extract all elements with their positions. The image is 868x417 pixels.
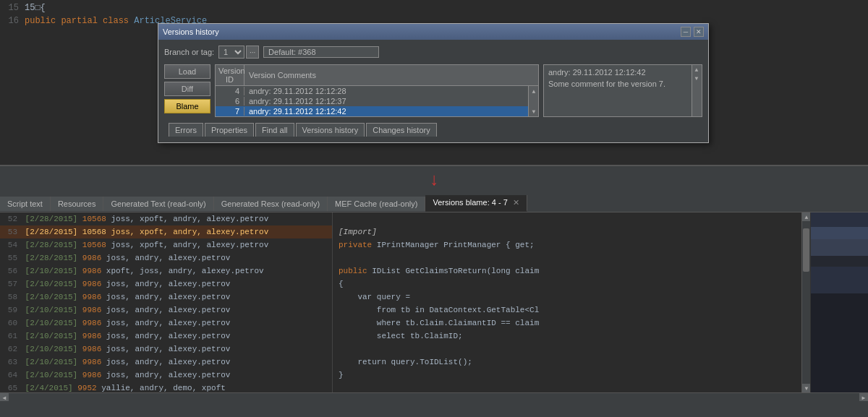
- version-table-header: Version ID Version Comments: [216, 65, 538, 86]
- tab-script-text[interactable]: Script text: [0, 197, 51, 211]
- code-line-import: [Import]: [339, 225, 796, 238]
- editor-content: 52 [2/28/2015] 10568 joss, xpoft, andry,…: [0, 212, 868, 392]
- scroll-down-arrow[interactable]: ▼: [529, 106, 538, 116]
- comment-panel: andry: 29.11.2012 12:12:42 Some comment …: [543, 64, 702, 117]
- tab-generated-resx[interactable]: Generated Resx (read-only): [214, 197, 328, 211]
- blame-line-64: 64 [2/10/2015] 9986 joss, andry, alexey.…: [0, 369, 332, 382]
- code-line-select: select tb.ClaimID;: [339, 330, 796, 343]
- branch-label: Branch or tag:: [164, 48, 214, 56]
- versions-history-dialog: Versions history ─ ✕ Branch or tag: 1 ··…: [158, 23, 709, 143]
- minimize-button[interactable]: ─: [681, 27, 691, 37]
- blame-line-57: 57 [2/10/2015] 9986 joss, andry, alexey.…: [0, 278, 332, 291]
- dialog-body: Branch or tag: 1 ··· Load Diff Blame: [158, 40, 708, 142]
- code-line-where: where tb.Claim.ClaimantID == claim: [339, 317, 796, 330]
- scroll-h-track[interactable]: [9, 393, 859, 401]
- blame-line-65: 65 [2/4/2015] 9952 yallie, andry, demo, …: [0, 382, 332, 392]
- col-version-id: Version ID: [216, 65, 244, 85]
- load-button[interactable]: Load: [164, 64, 210, 79]
- bottom-editor: Script text Resources Generated Text (re…: [0, 195, 868, 401]
- version-table: Version ID Version Comments 4 andry: 29.…: [215, 64, 539, 117]
- blame-line-62: 62 [2/10/2015] 9986 joss, andry, alexey.…: [0, 343, 332, 356]
- dialog-left-buttons: Load Diff Blame: [164, 64, 210, 117]
- code-line-15: 15 15□{: [0, 1, 868, 14]
- version-row-6[interactable]: 6 andry: 29.11.2012 12:12:37: [216, 96, 528, 106]
- blame-line-55: 55 [2/28/2015] 9986 joss, andry, alexey.…: [0, 252, 332, 265]
- dialog-titlebar-buttons: ─ ✕: [681, 27, 704, 37]
- version-scrollbar[interactable]: ▲ ▼: [528, 86, 538, 116]
- blame-line-63: 63 [2/10/2015] 9986 joss, andry, alexey.…: [0, 356, 332, 369]
- dialog-bottom-tabs: Errors Properties Find all Versions hist…: [164, 121, 702, 137]
- dialog-main: Load Diff Blame Version ID Version Comme…: [164, 64, 702, 117]
- scroll-track: [529, 96, 538, 106]
- tab-properties[interactable]: Properties: [205, 123, 254, 137]
- tab-changes-history[interactable]: Changes history: [366, 123, 437, 137]
- close-button[interactable]: ✕: [694, 27, 704, 37]
- code-line-empty-1: [339, 212, 796, 225]
- code-line-from-tb: from tb in DataContext.GetTable<Cl: [339, 304, 796, 317]
- blame-line-60: 60 [2/10/2015] 9986 joss, andry, alexey.…: [0, 317, 332, 330]
- dialog-title: Versions history: [163, 27, 219, 36]
- blame-line-54: 54 [2/28/2015] 10568 joss, xpoft, andry,…: [0, 238, 332, 252]
- version-row-7[interactable]: 7 andry: 29.11.2012 12:12:42: [216, 106, 528, 116]
- dialog-titlebar: Versions history ─ ✕: [158, 24, 708, 40]
- minimap-highlight: [811, 227, 868, 256]
- scroll-left[interactable]: ◀: [0, 393, 9, 401]
- version-rows: 4 andry: 29.11.2012 12:12:28 6 andry: 29…: [216, 86, 528, 116]
- arrow-container: ↓: [0, 166, 868, 195]
- code-line-private: private IPrintManager PrintManager { get…: [339, 238, 796, 252]
- col-version-comment: Version Comments: [244, 69, 538, 81]
- blame-line-58: 58 [2/10/2015] 9986 joss, andry, alexey.…: [0, 291, 332, 304]
- vertical-scrollbar[interactable]: ▲ ▼: [801, 212, 810, 392]
- blame-line-52: 52 [2/28/2015] 10568 joss, xpoft, andry,…: [0, 212, 332, 225]
- comment-text: andry: 29.11.2012 12:12:42 Some comment …: [544, 65, 702, 116]
- arrow-icon: ↓: [429, 172, 439, 189]
- blame-gutter: 52 [2/28/2015] 10568 joss, xpoft, andry,…: [0, 212, 333, 392]
- comment-body: Some comment for the version 7.: [548, 79, 697, 88]
- tab-resources[interactable]: Resources: [51, 197, 104, 211]
- code-line-return: return query.ToIDList();: [339, 356, 796, 369]
- branch-select[interactable]: 1: [218, 46, 244, 59]
- tab-generated-text[interactable]: Generated Text (read-only): [103, 197, 213, 211]
- top-editor-area: 15 15□{ 16 public partial class ArticleS…: [0, 0, 868, 166]
- tab-versions-history[interactable]: Versions history: [296, 123, 365, 137]
- code-line-close-brace-1: }: [339, 369, 796, 382]
- close-tab-icon[interactable]: ✕: [513, 198, 519, 207]
- blame-line-53: 53 [2/28/2015] 10568 joss, xpoft, andry,…: [0, 225, 332, 238]
- comment-scroll-down[interactable]: ▼: [692, 74, 701, 82]
- code-line-empty-4: [339, 382, 796, 392]
- branch-row: Branch or tag: 1 ···: [164, 46, 702, 59]
- minimap: [810, 212, 868, 392]
- version-row-4[interactable]: 4 andry: 29.11.2012 12:12:28: [216, 86, 528, 96]
- blame-line-61: 61 [2/10/2015] 9986 joss, andry, alexey.…: [0, 330, 332, 343]
- version-table-wrap: 4 andry: 29.11.2012 12:12:28 6 andry: 29…: [216, 86, 538, 116]
- code-line-public-idlist: public IDList GetClaimsToReturn(long cla…: [339, 265, 796, 278]
- blame-line-59: 59 [2/10/2015] 9986 joss, andry, alexey.…: [0, 304, 332, 317]
- scroll-thumb[interactable]: [803, 228, 809, 272]
- code-line-empty-3: [339, 343, 796, 356]
- editor-tabs: Script text Resources Generated Text (re…: [0, 195, 868, 212]
- comment-scrollbar[interactable]: ▲ ▼: [692, 65, 702, 116]
- comment-scroll-up[interactable]: ▲: [692, 65, 701, 74]
- code-line-open-brace: {: [339, 278, 796, 291]
- tab-errors[interactable]: Errors: [169, 123, 203, 137]
- branch-menu-button[interactable]: ···: [246, 46, 259, 59]
- tab-find-all[interactable]: Find all: [255, 123, 294, 137]
- code-line-var-query: var query =: [339, 291, 796, 304]
- branch-input-group: 1 ···: [218, 46, 259, 59]
- tab-versions-blame[interactable]: Versions blame: 4 - 7 ✕: [425, 195, 527, 212]
- blame-line-56: 56 [2/10/2015] 9986 xpoft, joss, andry, …: [0, 265, 332, 278]
- diff-button[interactable]: Diff: [164, 82, 210, 96]
- scroll-up-arrow[interactable]: ▲: [529, 86, 538, 96]
- code-panel: [Import] private IPrintManager PrintMana…: [333, 212, 801, 392]
- code-line-empty-2: [339, 252, 796, 265]
- default-label-input[interactable]: [263, 46, 379, 58]
- scroll-track[interactable]: [802, 221, 810, 384]
- horizontal-scrollbar[interactable]: ◀ ▶: [0, 392, 868, 401]
- blame-button[interactable]: Blame: [164, 99, 210, 113]
- scroll-right[interactable]: ▶: [859, 393, 868, 401]
- tab-mef-cache[interactable]: MEF Cache (read-only): [328, 197, 425, 211]
- comment-header: andry: 29.11.2012 12:12:42: [548, 68, 697, 77]
